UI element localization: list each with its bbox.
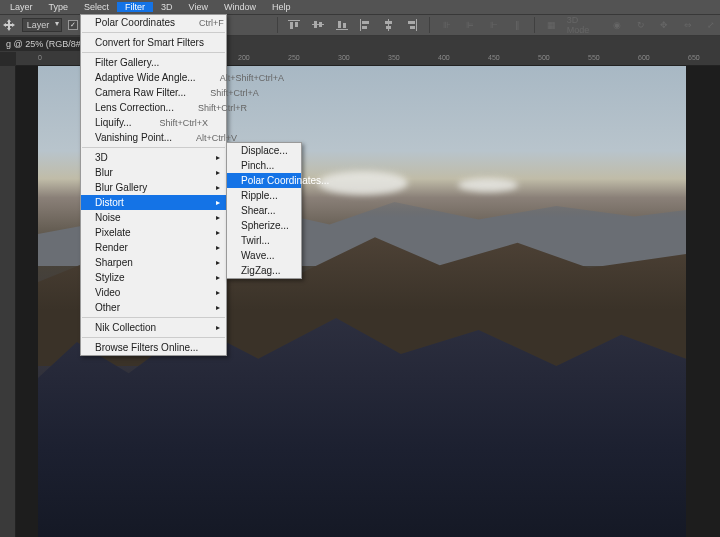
menu-layer[interactable]: Layer bbox=[2, 2, 41, 12]
svg-rect-4 bbox=[314, 21, 317, 28]
menu-item-vanishing-point[interactable]: Vanishing Point...Alt+Ctrl+V bbox=[81, 130, 226, 145]
menu-item-distort[interactable]: Distort▸ bbox=[81, 195, 226, 210]
menu-item-liquify[interactable]: Liquify...Shift+Ctrl+X bbox=[81, 115, 226, 130]
menu-item-sharpen[interactable]: Sharpen▸ bbox=[81, 255, 226, 270]
3d-pan-icon[interactable]: ✥ bbox=[655, 16, 673, 34]
show-transform-checkbox[interactable]: ✓ bbox=[68, 20, 78, 30]
ruler-tick: 300 bbox=[338, 54, 350, 61]
svg-rect-8 bbox=[343, 23, 346, 28]
menu-item-blur[interactable]: Blur▸ bbox=[81, 165, 226, 180]
3d-orbit-icon[interactable]: ◉ bbox=[608, 16, 626, 34]
menu-item-adaptive-wide-angle[interactable]: Adaptive Wide Angle...Alt+Shift+Ctrl+A bbox=[81, 70, 226, 85]
distribute-1-icon[interactable]: ⊪ bbox=[438, 16, 456, 34]
svg-rect-14 bbox=[386, 26, 391, 29]
menubar: Layer Type Select Filter 3D View Window … bbox=[0, 0, 720, 14]
menu-item-zigzag[interactable]: ZigZag... bbox=[227, 263, 301, 278]
ruler-tick: 250 bbox=[288, 54, 300, 61]
menu-window[interactable]: Window bbox=[216, 2, 264, 12]
menu-3d[interactable]: 3D bbox=[153, 2, 181, 12]
menu-item-browse-filters[interactable]: Browse Filters Online... bbox=[81, 340, 226, 355]
menu-item-polar-coordinates[interactable]: Polar Coordinates... bbox=[227, 173, 301, 188]
3d-mode-label: 3D Mode bbox=[567, 15, 603, 35]
separator bbox=[534, 17, 535, 33]
menu-item-blur-gallery[interactable]: Blur Gallery▸ bbox=[81, 180, 226, 195]
layer-target-dropdown[interactable]: Layer bbox=[22, 18, 63, 32]
menu-item-stylize[interactable]: Stylize▸ bbox=[81, 270, 226, 285]
ruler-tick: 550 bbox=[588, 54, 600, 61]
svg-rect-9 bbox=[360, 19, 361, 31]
menu-item-other[interactable]: Other▸ bbox=[81, 300, 226, 315]
svg-rect-12 bbox=[388, 19, 389, 31]
menu-item-video[interactable]: Video▸ bbox=[81, 285, 226, 300]
distribute-2-icon[interactable]: ⊫ bbox=[461, 16, 479, 34]
filter-menu: Polar CoordinatesCtrl+F Convert for Smar… bbox=[80, 14, 227, 356]
menu-item-convert-smart[interactable]: Convert for Smart Filters bbox=[81, 35, 226, 50]
menu-item-twirl[interactable]: Twirl... bbox=[227, 233, 301, 248]
move-tool-icon bbox=[2, 18, 16, 32]
menu-item-last-filter[interactable]: Polar CoordinatesCtrl+F bbox=[81, 15, 226, 30]
menu-item-nik[interactable]: Nik Collection▸ bbox=[81, 320, 226, 335]
svg-rect-10 bbox=[362, 21, 369, 24]
ruler-tick: 350 bbox=[388, 54, 400, 61]
svg-rect-16 bbox=[408, 21, 415, 24]
ruler-tick: 200 bbox=[238, 54, 250, 61]
align-top-icon[interactable] bbox=[286, 16, 304, 34]
menu-item-3d[interactable]: 3D▸ bbox=[81, 150, 226, 165]
svg-rect-5 bbox=[319, 22, 322, 27]
menu-item-displace[interactable]: Displace... bbox=[227, 143, 301, 158]
align-left-icon[interactable] bbox=[356, 16, 374, 34]
menu-item-shear[interactable]: Shear... bbox=[227, 203, 301, 218]
3d-slide-icon[interactable]: ⇔ bbox=[679, 16, 697, 34]
svg-rect-2 bbox=[295, 22, 298, 27]
menu-item-wave[interactable]: Wave... bbox=[227, 248, 301, 263]
separator bbox=[277, 17, 278, 33]
menu-select[interactable]: Select bbox=[76, 2, 117, 12]
ruler-tick: 500 bbox=[538, 54, 550, 61]
3d-mode-icon[interactable]: ▦ bbox=[543, 16, 561, 34]
distribute-3-icon[interactable]: ⊩ bbox=[485, 16, 503, 34]
menu-item-spherize[interactable]: Spherize... bbox=[227, 218, 301, 233]
separator bbox=[429, 17, 430, 33]
svg-rect-0 bbox=[288, 20, 300, 21]
align-right-icon[interactable] bbox=[403, 16, 421, 34]
ruler-tick: 650 bbox=[688, 54, 700, 61]
svg-rect-1 bbox=[290, 22, 293, 29]
menu-help[interactable]: Help bbox=[264, 2, 299, 12]
menu-item-noise[interactable]: Noise▸ bbox=[81, 210, 226, 225]
menu-item-filter-gallery[interactable]: Filter Gallery... bbox=[81, 55, 226, 70]
ruler-vertical bbox=[0, 66, 16, 537]
ruler-tick: 600 bbox=[638, 54, 650, 61]
align-bottom-icon[interactable] bbox=[333, 16, 351, 34]
svg-rect-3 bbox=[312, 24, 324, 25]
align-vcenter-icon[interactable] bbox=[309, 16, 327, 34]
menu-item-lens-correction[interactable]: Lens Correction...Shift+Ctrl+R bbox=[81, 100, 226, 115]
distribute-4-icon[interactable]: ‖ bbox=[509, 16, 527, 34]
menu-type[interactable]: Type bbox=[41, 2, 77, 12]
menu-item-render[interactable]: Render▸ bbox=[81, 240, 226, 255]
svg-rect-7 bbox=[338, 21, 341, 28]
menu-item-pinch[interactable]: Pinch... bbox=[227, 158, 301, 173]
svg-rect-11 bbox=[362, 26, 367, 29]
menu-item-ripple[interactable]: Ripple... bbox=[227, 188, 301, 203]
svg-rect-17 bbox=[410, 26, 415, 29]
align-hcenter-icon[interactable] bbox=[380, 16, 398, 34]
svg-rect-15 bbox=[416, 19, 417, 31]
3d-zoom-icon[interactable]: ⤢ bbox=[702, 16, 720, 34]
distort-submenu: Displace...Pinch...Polar Coordinates...R… bbox=[226, 142, 302, 279]
svg-rect-6 bbox=[336, 29, 348, 30]
ruler-tick: 450 bbox=[488, 54, 500, 61]
3d-roll-icon[interactable]: ↻ bbox=[632, 16, 650, 34]
ruler-tick: 400 bbox=[438, 54, 450, 61]
menu-item-pixelate[interactable]: Pixelate▸ bbox=[81, 225, 226, 240]
menu-filter[interactable]: Filter bbox=[117, 2, 153, 12]
menu-item-camera-raw-filter[interactable]: Camera Raw Filter...Shift+Ctrl+A bbox=[81, 85, 226, 100]
document-tab-title: g @ 25% (RGB/8#) * bbox=[6, 39, 90, 49]
ruler-tick: 0 bbox=[38, 54, 42, 61]
svg-rect-13 bbox=[385, 21, 392, 24]
menu-view[interactable]: View bbox=[181, 2, 216, 12]
